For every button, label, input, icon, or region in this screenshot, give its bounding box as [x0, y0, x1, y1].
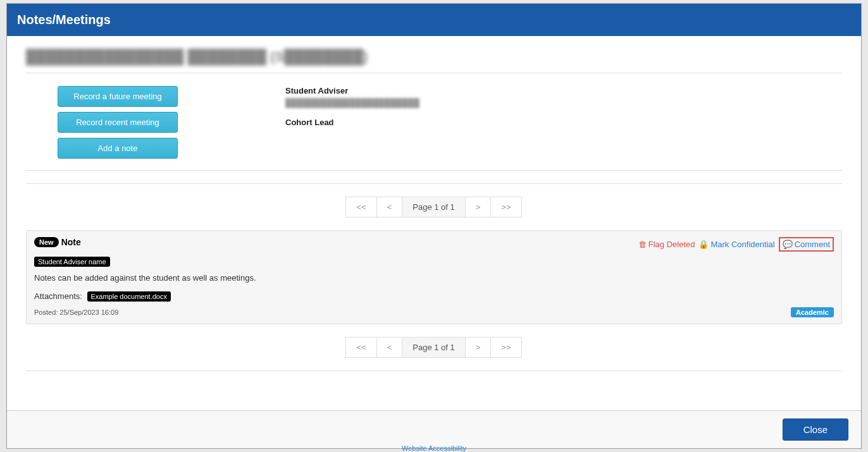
divider — [26, 183, 842, 184]
page-indicator: Page 1 of 1 — [402, 337, 466, 358]
page-prev-button[interactable]: < — [376, 197, 403, 217]
page-next-button[interactable]: > — [465, 197, 492, 217]
adviser-value: ███████████████████████ — [285, 98, 842, 107]
add-note-button[interactable]: Add a note — [58, 138, 178, 159]
divider — [26, 170, 842, 171]
modal-footer: Close — [7, 410, 861, 448]
modal-title: Notes/Meetings — [7, 4, 861, 36]
comment-label: Comment — [795, 240, 830, 249]
pagination-bottom: << < Page 1 of 1 > >> — [26, 337, 842, 358]
modal-body: ████████████████ ████████ (S████████) Re… — [7, 36, 861, 410]
flag-deleted-link[interactable]: 🗑 Flag Deleted — [638, 240, 695, 249]
page-last-button[interactable]: >> — [490, 337, 521, 358]
new-badge: New — [34, 237, 59, 247]
mark-confidential-link[interactable]: 🔒 Mark Confidential — [698, 240, 774, 249]
page-first-button[interactable]: << — [345, 197, 376, 217]
attachments-label: Attachments: — [34, 291, 82, 301]
flag-deleted-label: Flag Deleted — [648, 240, 695, 249]
bg-accessibility-link: Website Accessibility — [0, 443, 868, 452]
close-button[interactable]: Close — [783, 418, 848, 441]
pagination-top: << < Page 1 of 1 > >> — [26, 197, 842, 217]
comment-icon: 💬 — [783, 240, 793, 249]
note-author-badge: Student Adviser name — [34, 257, 110, 267]
action-buttons-col: Record a future meeting Record recent me… — [26, 86, 285, 164]
note-title-wrap: New Note — [34, 237, 81, 247]
record-recent-meeting-button[interactable]: Record recent meeting — [58, 112, 178, 133]
trash-icon: 🗑 — [638, 240, 647, 249]
posted-timestamp: Posted: 25/Sep/2023 16:09 — [34, 308, 118, 316]
page-next-button[interactable]: > — [465, 337, 492, 358]
comment-link[interactable]: 💬 Comment — [783, 240, 830, 249]
info-col: Student Adviser ███████████████████████ … — [285, 86, 842, 164]
note-body-text: Notes can be added against the student a… — [34, 273, 834, 283]
record-future-meeting-button[interactable]: Record a future meeting — [58, 86, 178, 107]
lock-icon: 🔒 — [698, 240, 709, 249]
category-badge: Academic — [791, 307, 834, 317]
note-header: New Note 🗑 Flag Deleted 🔒 Mark Confident… — [34, 237, 834, 252]
comment-highlight-box: 💬 Comment — [779, 237, 834, 252]
divider — [26, 73, 842, 73]
page-first-button[interactable]: << — [345, 337, 376, 358]
divider — [26, 370, 842, 371]
page-last-button[interactable]: >> — [490, 197, 521, 217]
note-footer: Posted: 25/Sep/2023 16:09 Academic — [34, 307, 834, 317]
note-actions: 🗑 Flag Deleted 🔒 Mark Confidential 💬 Com… — [638, 237, 834, 252]
adviser-label: Student Adviser — [285, 86, 842, 95]
attachment-file[interactable]: Example document.docx — [87, 291, 171, 302]
student-name-heading: ████████████████ ████████ (S████████) — [26, 49, 842, 65]
note-card: New Note 🗑 Flag Deleted 🔒 Mark Confident… — [26, 230, 842, 324]
page-prev-button[interactable]: < — [376, 337, 403, 358]
notes-meetings-modal: Notes/Meetings ████████████████ ████████… — [6, 3, 862, 449]
top-row: Record a future meeting Record recent me… — [26, 86, 842, 164]
mark-confidential-label: Mark Confidential — [710, 240, 774, 249]
note-title: Note — [61, 237, 81, 247]
page-indicator: Page 1 of 1 — [402, 197, 466, 217]
attachments-row: Attachments: Example document.docx — [34, 291, 834, 301]
cohort-lead-label: Cohort Lead — [285, 118, 842, 127]
